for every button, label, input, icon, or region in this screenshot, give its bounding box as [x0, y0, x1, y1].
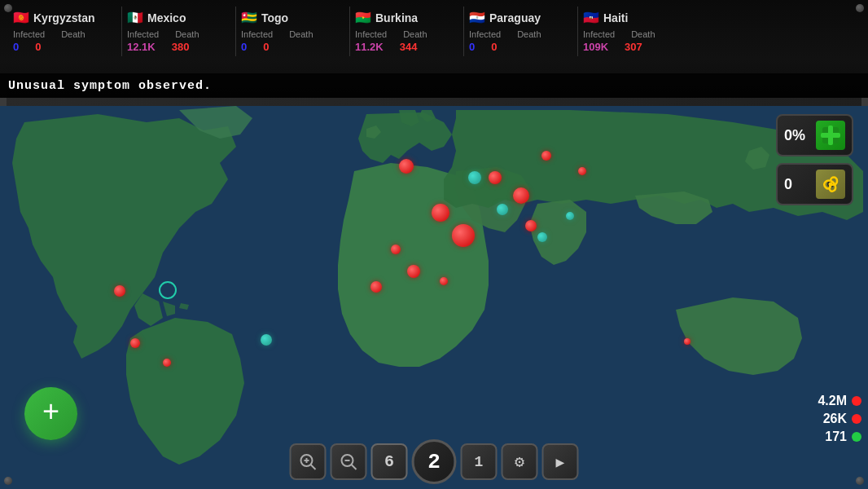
- death-value-paraguay: 0: [491, 41, 497, 53]
- speed-2-label: 2: [427, 450, 441, 474]
- country-card-mexico: 🇲🇽MexicoInfectedDeath12.1K380: [122, 7, 236, 56]
- disease-dot-red-4: [489, 171, 502, 184]
- header-bar: 🇰🇬KyrgyzstanInfectedDeath00🇲🇽MexicoInfec…: [0, 0, 868, 98]
- death-label-mexico: Death: [175, 29, 199, 39]
- death-label-togo: Death: [289, 29, 313, 39]
- country-card-burkina: 🇧🇫BurkinaInfectedDeath11.2K344: [350, 7, 464, 56]
- country-name-mexico: Mexico: [147, 11, 186, 24]
- svg-line-12: [351, 465, 356, 469]
- flag-mexico: 🇲🇽: [127, 10, 143, 26]
- death-value-burkina: 344: [400, 41, 418, 53]
- country-name-togo: Togo: [261, 11, 288, 24]
- screw-tr: [856, 4, 864, 12]
- country-card-haiti: 🇭🇹HaitiInfectedDeath109K307: [578, 7, 692, 56]
- settings-button[interactable]: ⚙: [502, 443, 538, 480]
- disease-dot-red-5: [513, 187, 529, 204]
- infected-label-mexico: Infected: [127, 29, 159, 39]
- country-card-paraguay: 🇵🇾ParaguayInfectedDeath00: [464, 7, 578, 56]
- bio-icon: [816, 170, 845, 199]
- disease-dot-red-12: [578, 167, 586, 175]
- bio-count: 0: [784, 176, 792, 193]
- total-immune-row: 171: [772, 430, 861, 444]
- countries-row: 🇰🇬KyrgyzstanInfectedDeath00🇲🇽MexicoInfec…: [0, 0, 868, 73]
- app: 🇰🇬KyrgyzstanInfectedDeath00🇲🇽MexicoInfec…: [0, 0, 868, 489]
- death-value-mexico: 380: [172, 41, 190, 53]
- infected-value-mexico: 12.1K: [127, 41, 156, 53]
- zoom-in-button[interactable]: [290, 443, 327, 480]
- flag-kyrgyzstan: 🇰🇬: [13, 10, 29, 26]
- disease-dot-red-9: [370, 281, 382, 293]
- infected-dot: [852, 396, 861, 406]
- add-button[interactable]: +: [24, 387, 77, 440]
- speed-6-button[interactable]: 6: [371, 443, 408, 480]
- speed-6-label: 6: [384, 452, 394, 471]
- biohazard-indicator: 0: [776, 163, 853, 205]
- infected-label-burkina: Infected: [355, 29, 387, 39]
- infected-value-paraguay: 0: [469, 41, 475, 53]
- immune-dot: [852, 432, 861, 442]
- svg-rect-3: [821, 133, 840, 138]
- flag-burkina: 🇧🇫: [355, 10, 371, 26]
- flag-haiti: 🇭🇹: [583, 10, 599, 26]
- infected-label-kyrgyzstan: Infected: [13, 29, 45, 39]
- total-infected-value: 4.2M: [802, 394, 847, 408]
- screw-tl: [4, 4, 12, 12]
- world-map: [0, 106, 868, 489]
- disease-dot-teal-4: [566, 212, 574, 220]
- infected-label-haiti: Infected: [583, 29, 615, 39]
- cure-percent: 0%: [784, 127, 805, 144]
- disease-dot-red-6: [525, 220, 537, 231]
- disease-dot-teal-1: [468, 171, 481, 184]
- flag-togo: 🇹🇬: [241, 10, 257, 26]
- death-label-kyrgyzstan: Death: [61, 29, 85, 39]
- death-label-paraguay: Death: [517, 29, 541, 39]
- infected-label-paraguay: Infected: [469, 29, 501, 39]
- country-card-kyrgyzstan: 🇰🇬KyrgyzstanInfectedDeath00: [8, 7, 122, 56]
- settings-icon: ⚙: [515, 452, 524, 472]
- total-immune-value: 171: [802, 430, 847, 444]
- country-name-burkina: Burkina: [375, 11, 418, 24]
- infected-value-burkina: 11.2K: [355, 41, 384, 53]
- notification-text: Unusual symptom observed.: [8, 79, 212, 93]
- total-infected-row: 4.2M: [772, 394, 861, 408]
- disease-dot-teal-3: [537, 232, 547, 242]
- disease-dot-red-13: [114, 285, 125, 297]
- disease-dot-red-7: [391, 244, 401, 254]
- bottom-toolbar: 6 2 1 ⚙ ▶: [290, 439, 579, 489]
- flag-paraguay: 🇵🇾: [469, 10, 485, 26]
- disease-outline-teal: [159, 281, 177, 299]
- forward-button[interactable]: ▶: [542, 443, 579, 480]
- disease-dot-red-8: [407, 265, 420, 278]
- speed-1-label: 1: [475, 454, 484, 470]
- screw-br: [856, 477, 864, 485]
- death-label-haiti: Death: [631, 29, 655, 39]
- zoom-out-button[interactable]: [331, 443, 367, 480]
- country-name-kyrgyzstan: Kyrgyzstan: [33, 11, 94, 24]
- svg-point-5: [829, 183, 833, 187]
- cure-indicator: 0%: [776, 114, 853, 156]
- disease-dot-teal-2: [497, 204, 508, 215]
- right-panel: 0% 0: [772, 106, 861, 214]
- add-icon: +: [42, 399, 60, 429]
- notification-bar: Unusual symptom observed.: [0, 73, 868, 98]
- country-card-togo: 🇹🇬TogoInfectedDeath00: [236, 7, 350, 56]
- infected-value-haiti: 109K: [583, 41, 608, 53]
- total-dead-value: 26K: [802, 412, 847, 426]
- death-value-togo: 0: [263, 41, 269, 53]
- cure-icon: [816, 121, 845, 150]
- disease-dot-teal-5: [261, 334, 272, 346]
- death-value-haiti: 307: [625, 41, 642, 53]
- dead-dot: [852, 414, 861, 424]
- speed-2-button[interactable]: 2: [412, 439, 457, 484]
- speed-1-button[interactable]: 1: [461, 443, 498, 480]
- disease-dot-red-11: [541, 151, 551, 161]
- infected-label-togo: Infected: [241, 29, 273, 39]
- infected-value-kyrgyzstan: 0: [13, 41, 19, 53]
- disease-dot-red-1: [399, 159, 414, 174]
- screw-bl: [4, 477, 12, 485]
- svg-line-9: [310, 465, 315, 469]
- infected-value-togo: 0: [241, 41, 247, 53]
- disease-dot-red-15: [163, 359, 171, 367]
- disease-dot-red-16: [684, 338, 690, 345]
- country-name-paraguay: Paraguay: [489, 11, 541, 24]
